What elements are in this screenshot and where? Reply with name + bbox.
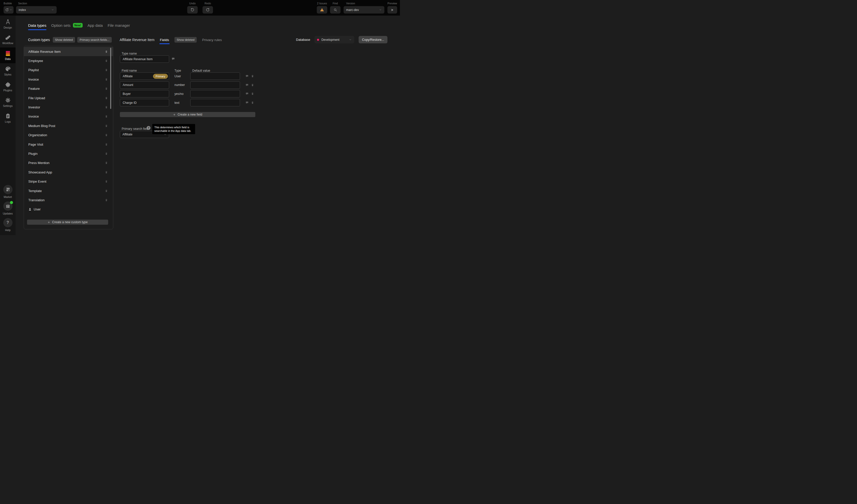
custom-type-name: Affiliate Revenue Item <box>28 50 61 54</box>
tab-data-types[interactable]: Data types <box>28 23 46 28</box>
field-row-buyer: yes/no <box>120 90 254 97</box>
show-deleted-fields-button[interactable]: Show deleted <box>174 37 197 43</box>
custom-type-row-investor[interactable]: Investor <box>24 103 113 112</box>
redo-button[interactable] <box>203 6 213 14</box>
trash-icon[interactable] <box>251 101 254 104</box>
sidebar-item-market[interactable]: Market <box>0 183 16 200</box>
trash-icon[interactable] <box>105 97 108 100</box>
trash-icon[interactable] <box>105 189 108 192</box>
section-value: index <box>19 8 26 12</box>
custom-type-row-showcased-app[interactable]: Showcased App <box>24 168 113 177</box>
sidebar-item-data[interactable]: Data <box>0 48 16 63</box>
tab-fields[interactable]: Fields <box>160 38 169 42</box>
sidebar-item-settings[interactable]: Settings <box>0 95 16 111</box>
issues-label: 2 Issues <box>317 2 327 5</box>
field-name-input[interactable] <box>120 99 169 106</box>
trash-icon[interactable] <box>105 68 108 72</box>
custom-type-row-affiliate-revenue-item[interactable]: Affiliate Revenue Item <box>24 47 113 56</box>
trash-icon[interactable] <box>105 124 108 128</box>
default-value-input[interactable] <box>190 90 240 97</box>
copy-restore-button[interactable]: Copy/Restore... <box>358 36 387 44</box>
trash-icon[interactable] <box>105 59 108 63</box>
create-field-button[interactable]: Create a new field <box>120 112 255 117</box>
field-name-input[interactable] <box>120 90 169 97</box>
field-name-cell <box>120 90 169 97</box>
tab-label: App data <box>87 23 103 28</box>
create-custom-type-button[interactable]: Create a new custom type <box>27 220 108 225</box>
custom-type-row-translation[interactable]: Translation <box>24 195 113 205</box>
preview-button[interactable] <box>387 6 397 14</box>
tab-app-data[interactable]: App data <box>87 23 103 28</box>
custom-type-row-medium-blog-post[interactable]: Medium Blog Post <box>24 121 113 130</box>
trash-icon[interactable] <box>105 115 108 118</box>
issues-button[interactable] <box>317 6 327 14</box>
custom-type-row-feature[interactable]: Feature <box>24 84 113 93</box>
question-icon: ? <box>3 218 13 227</box>
custom-type-row-template[interactable]: Template <box>24 186 113 195</box>
trash-icon[interactable] <box>105 199 108 202</box>
list-scrollbar[interactable] <box>110 48 111 109</box>
environment-select[interactable]: Development <box>315 36 354 44</box>
custom-type-row-invoice[interactable]: Invoice <box>24 75 113 84</box>
primary-search-fields-button[interactable]: Primary search fields... <box>77 37 112 43</box>
trash-icon[interactable] <box>251 83 254 87</box>
tab-privacy-rules[interactable]: Privacy rules <box>202 38 222 42</box>
sidebar-item-styles[interactable]: Styles <box>0 63 16 79</box>
comment-icon[interactable] <box>171 57 175 61</box>
trash-icon[interactable] <box>105 152 108 155</box>
top-bar: Bubble Section index Undo Redo 2 Issues … <box>0 0 400 16</box>
type-name-input[interactable] <box>120 55 169 63</box>
find-button[interactable] <box>330 6 340 14</box>
gift-icon <box>5 203 11 209</box>
trash-icon[interactable] <box>251 92 254 95</box>
custom-type-row-user[interactable]: User <box>24 205 113 214</box>
refresh-icon <box>5 8 9 12</box>
trash-icon[interactable] <box>105 171 108 174</box>
custom-type-row-plugin[interactable]: Plugin <box>24 149 113 158</box>
trash-icon[interactable] <box>105 143 108 146</box>
custom-type-row-organization[interactable]: Organization <box>24 131 113 140</box>
help-icon[interactable]: ? <box>147 126 150 130</box>
trash-icon[interactable] <box>251 74 254 78</box>
trash-icon[interactable] <box>105 78 108 81</box>
show-deleted-types-button[interactable]: Show deleted <box>53 37 75 43</box>
custom-type-row-stripe-event[interactable]: Stripe Event <box>24 177 113 186</box>
field-name-input[interactable] <box>120 81 169 89</box>
default-value-input[interactable] <box>190 99 240 106</box>
version-select[interactable]: marc-dev <box>343 6 384 14</box>
refresh-menu-button[interactable] <box>3 6 14 14</box>
field-name-cell <box>120 81 169 89</box>
default-value-input[interactable] <box>190 81 240 89</box>
sidebar-item-workflow[interactable]: Workflow <box>0 32 16 48</box>
comment-icon[interactable] <box>246 83 249 87</box>
section-select[interactable]: index <box>16 6 56 14</box>
sidebar-item-logs[interactable]: Logs <box>0 110 16 126</box>
custom-type-row-file-upload[interactable]: File Upload <box>24 93 113 103</box>
custom-type-row-employee[interactable]: Employee <box>24 56 113 65</box>
tab-file-manager[interactable]: File manager <box>107 23 130 28</box>
comment-icon[interactable] <box>246 74 249 78</box>
sidebar-item-design[interactable]: Design <box>0 16 16 32</box>
sidebar-item-plugins[interactable]: Plugins <box>0 79 16 95</box>
custom-type-row-invoice[interactable]: Invoice <box>24 112 113 121</box>
trash-icon[interactable] <box>105 180 108 183</box>
custom-type-row-playlist[interactable]: Playlist <box>24 66 113 75</box>
custom-types-list: Affiliate Revenue ItemEmployeePlaylistIn… <box>24 47 113 214</box>
redo-icon <box>206 8 209 12</box>
new-badge: New! <box>73 23 83 28</box>
comment-icon[interactable] <box>246 101 249 104</box>
sidebar-item-help[interactable]: ?Help <box>0 217 16 233</box>
default-value-input[interactable] <box>190 72 240 80</box>
trash-icon[interactable] <box>105 161 108 165</box>
comment-icon[interactable] <box>246 92 249 95</box>
trash-icon[interactable] <box>105 133 108 137</box>
custom-type-name: Showcased App <box>28 170 52 174</box>
trash-icon[interactable] <box>105 105 108 109</box>
sidebar-item-updates[interactable]: Updates <box>0 200 16 217</box>
tab-option-sets[interactable]: Option setsNew! <box>51 23 83 28</box>
custom-type-row-press-mention[interactable]: Press Mention <box>24 158 113 168</box>
trash-icon[interactable] <box>105 87 108 90</box>
trash-icon[interactable] <box>105 50 108 53</box>
custom-type-row-page-visit[interactable]: Page Visit <box>24 140 113 149</box>
undo-button[interactable] <box>187 6 198 14</box>
